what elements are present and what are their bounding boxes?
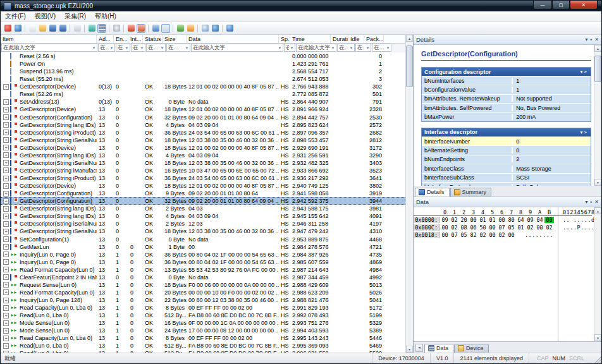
table-row[interactable]: +►►Read Capacity(Lun 0, Lba 0)1310OK8 By… <box>1 304 405 312</box>
column-header-ad[interactable]: Ad... <box>97 35 114 43</box>
table-row[interactable]: +►►Read(Lun 0, Lba 0)1310OK512 By...FA B… <box>1 312 405 319</box>
expand-icon[interactable]: + <box>3 298 9 303</box>
filter-input-size[interactable]: 在此输入文字▼ <box>166 44 190 52</box>
details-scrollbar[interactable]: ▲ ▼ <box>594 45 601 186</box>
expand-icon[interactable]: + <box>3 267 9 272</box>
minimize-button[interactable]: — <box>533 1 552 9</box>
scroll-up-icon[interactable]: ▲ <box>594 45 601 52</box>
scroll-down-icon[interactable]: ▼ <box>594 179 601 186</box>
descriptor-row[interactable]: bInterfaceClassMass Storage <box>422 164 591 173</box>
descriptor-row[interactable]: bAlternateSetting0 <box>422 145 591 154</box>
tab-data[interactable]: Data <box>424 344 453 353</box>
scrollbar-thumb[interactable] <box>594 56 601 82</box>
expand-icon[interactable]: + <box>3 313 9 318</box>
expand-icon[interactable]: + <box>3 206 9 212</box>
tab-scroll-left-icon[interactable]: ◄ <box>415 344 423 352</box>
column-header-data[interactable]: Data <box>187 35 279 43</box>
scroll-down-icon[interactable]: ▼ <box>406 346 413 353</box>
expand-icon[interactable]: + <box>3 107 9 112</box>
column-header-pack[interactable]: Pack... <box>364 35 384 43</box>
dropdown-icon[interactable]: ▾ <box>585 37 587 42</box>
copy-icon[interactable] <box>73 24 82 33</box>
tab-summary[interactable]: Summary <box>450 188 492 197</box>
menu-item-1[interactable]: 视图(V) <box>30 12 60 21</box>
expand-icon[interactable]: + <box>3 114 9 120</box>
scrollbar-track[interactable] <box>594 52 601 179</box>
expand-icon[interactable]: + <box>3 244 9 250</box>
menu-item-3[interactable]: 帮助(H) <box>90 12 121 21</box>
filter-input-data[interactable]: 在此输入文字▼ <box>191 44 283 52</box>
scrollbar-thumb[interactable] <box>406 46 413 87</box>
resize-grip[interactable] <box>593 355 601 363</box>
table-row[interactable]: +GetDescriptor(String iProduct)130OK36 B… <box>1 129 405 136</box>
table-row[interactable]: +ClearFeatur(Endpoint 2 IN Halt)1300OK0 … <box>1 274 405 281</box>
descriptor-row[interactable]: bInterfaceProtocolBulk-Only <box>422 182 591 186</box>
expand-icon[interactable]: + <box>3 236 9 242</box>
table-row[interactable]: +GetDescriptor(Configuration)130OK32 Byt… <box>1 197 405 205</box>
table-row[interactable]: +►►Inquiry(Lun 0, Page 0)1310OK36 Bytes0… <box>1 258 405 266</box>
expand-all-icon[interactable]: » <box>584 69 588 75</box>
descriptor-row[interactable]: bNumInterfaces1 <box>422 76 591 85</box>
table-row[interactable]: +►►Inquiry(Lun 0, Page 128)1310OK22 Byte… <box>1 296 405 304</box>
search-icon[interactable] <box>200 24 209 33</box>
expand-icon[interactable]: + <box>3 229 9 234</box>
table-row[interactable]: +GetDescriptor(String iSerialNumber)130O… <box>1 136 405 144</box>
menu-item-2[interactable]: 采集(R) <box>60 12 90 21</box>
expand-icon[interactable]: + <box>3 214 9 219</box>
table-row[interactable]: +GetDescriptor(String lang IDs)130OK4 By… <box>1 212 405 220</box>
expand-icon[interactable]: + <box>3 259 9 265</box>
expand-icon[interactable]: + <box>3 183 9 189</box>
expand-icon[interactable]: + <box>3 130 9 135</box>
filter-input-int[interactable]: 在此输入文字▼ <box>131 44 145 52</box>
scrollbar-track[interactable] <box>594 214 601 335</box>
expand-icon[interactable]: + <box>3 191 9 197</box>
expand-icon[interactable]: + <box>3 221 9 227</box>
expand-icon[interactable]: + <box>3 336 9 341</box>
table-row[interactable]: +►►Read(Lun 0, Lba 0)1310OK512 By...FA B… <box>1 342 405 349</box>
compare-icon[interactable] <box>186 24 195 33</box>
descriptor-row[interactable]: bMaxPower200 mA <box>422 112 591 121</box>
close-panel-icon[interactable]: ✕ <box>594 37 599 42</box>
zoom-fit-icon[interactable] <box>161 24 170 33</box>
filter-funnel-icon[interactable]: ▼ <box>91 46 97 50</box>
expand-icon[interactable]: + <box>3 152 9 158</box>
table-row[interactable]: +►►Mode Sense(Lun 0)1310OK24 Bytes17 00 … <box>1 327 405 334</box>
table-row[interactable]: Reset (52.26 ms)2.772 085 872501 <box>1 90 405 98</box>
filter-input-dur[interactable]: 在此输入文字▼ <box>337 44 355 52</box>
filter-input-st[interactable]: 在此输入文字▼ <box>146 44 166 52</box>
grid-view-icon[interactable] <box>97 24 106 33</box>
column-header-size[interactable]: Size <box>163 35 187 43</box>
save-icon[interactable] <box>48 24 57 33</box>
filter-funnel-icon[interactable]: ▼ <box>385 46 391 50</box>
statistics-icon[interactable] <box>176 24 185 33</box>
filter-input-sp[interactable]: 在此输入文字▼ <box>284 44 295 52</box>
timer-icon[interactable] <box>112 24 121 33</box>
filter-input-time[interactable]: 在此输入文字▼ <box>296 44 336 52</box>
expand-icon[interactable]: + <box>3 343 9 349</box>
table-row[interactable]: +►►Inquiry(Lun 0, Page 0)1310OK36 Bytes0… <box>1 251 405 258</box>
table-row[interactable]: Power On1.423 291 7611 <box>1 60 405 68</box>
open-file-icon[interactable] <box>38 24 47 33</box>
expand-icon[interactable]: + <box>3 320 9 326</box>
table-row[interactable]: +SetAddress(13)0(13)0OK0 ByteNo dataHS2.… <box>1 98 405 106</box>
filter-input-pack[interactable]: 在此输入文字▼ <box>372 44 391 52</box>
section-header[interactable]: Configuration descriptor▾» <box>422 68 591 76</box>
table-row[interactable]: +►►Request Sense(Lun 0)1310OK18 BytesF0 … <box>1 281 405 289</box>
save-as-icon[interactable] <box>58 24 67 33</box>
navigate-icon[interactable] <box>151 24 160 33</box>
hex-scrollbar[interactable]: ▲ ▼ <box>594 207 601 342</box>
trigger-icon[interactable] <box>126 24 135 33</box>
table-row[interactable]: +GetDescriptor(Configuration)130OK32 Byt… <box>1 114 405 121</box>
help-icon[interactable] <box>211 24 219 33</box>
scroll-down-icon[interactable]: ▼ <box>594 334 601 341</box>
filter-funnel-icon[interactable]: ▼ <box>109 46 114 50</box>
expand-icon[interactable]: + <box>3 289 9 295</box>
about-icon[interactable] <box>225 24 234 33</box>
filter-funnel-icon[interactable]: ▼ <box>139 46 145 50</box>
dropdown-icon[interactable]: ▾ <box>585 199 587 205</box>
descriptor-row[interactable]: bNumEndpoints2 <box>422 155 591 164</box>
table-row[interactable]: +GetDescriptor(String lang IDs)130OK4 By… <box>1 121 405 129</box>
table-row[interactable]: +►►Read Format Capacity(Lun 0)1310OK20 B… <box>1 289 405 296</box>
pin-icon[interactable]: ▪ <box>590 37 592 42</box>
column-header-idle[interactable]: Idle <box>348 35 364 43</box>
